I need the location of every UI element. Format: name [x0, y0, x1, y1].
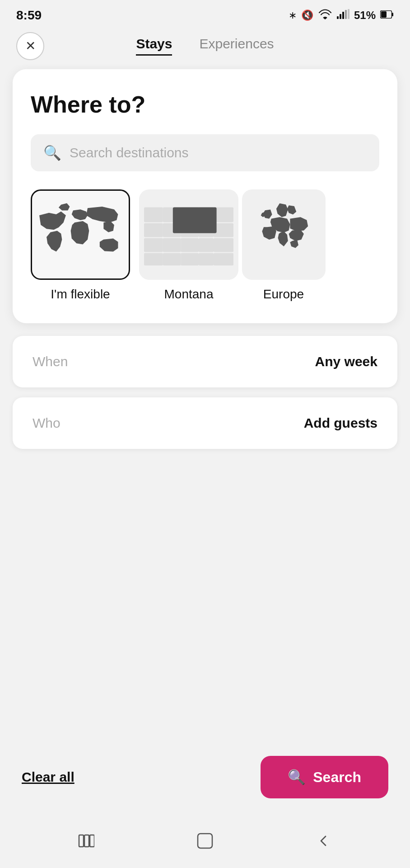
who-row[interactable]: Who Add guests [13, 397, 397, 449]
status-bar: 8:59 ∗ 🔇 51% [0, 0, 410, 27]
svg-rect-18 [144, 238, 163, 252]
search-btn-icon: 🔍 [288, 769, 306, 786]
destination-europe[interactable]: Europe [247, 189, 320, 302]
top-nav: ✕ Stays Experiences [0, 27, 410, 65]
svg-rect-21 [199, 238, 214, 252]
when-label: When [33, 354, 68, 369]
svg-rect-0 [337, 16, 339, 19]
who-value: Add guests [304, 415, 377, 431]
svg-rect-27 [214, 253, 233, 266]
search-destinations-input[interactable]: 🔍 Search destinations [31, 134, 379, 171]
where-to-title: Where to? [31, 91, 379, 118]
clear-all-button[interactable]: Clear all [22, 769, 75, 785]
montana-label: Montana [164, 287, 214, 302]
svg-rect-28 [173, 208, 217, 233]
search-placeholder: Search destinations [70, 145, 189, 160]
bluetooth-icon: ∗ [289, 9, 297, 21]
back-button[interactable] [308, 825, 340, 857]
android-nav-bar [0, 814, 410, 868]
tab-stays[interactable]: Stays [136, 36, 172, 56]
svg-rect-6 [381, 11, 387, 18]
svg-rect-29 [79, 835, 84, 847]
svg-rect-30 [84, 835, 89, 847]
svg-rect-23 [144, 253, 163, 266]
destination-montana[interactable]: Montana [139, 189, 238, 302]
bottom-action-bar: Clear all 🔍 Search [0, 745, 410, 809]
mute-icon: 🔇 [301, 9, 313, 21]
who-label: Who [33, 415, 61, 431]
search-button[interactable]: 🔍 Search [261, 756, 388, 798]
destination-options: I'm flexible [31, 189, 379, 302]
nav-tabs: Stays Experiences [136, 36, 274, 56]
search-btn-label: Search [313, 769, 361, 786]
svg-rect-2 [342, 12, 344, 19]
home-button[interactable] [189, 825, 221, 857]
svg-rect-22 [214, 238, 233, 252]
europe-map [242, 189, 326, 280]
svg-rect-13 [144, 223, 163, 237]
flexible-label: I'm flexible [51, 287, 110, 302]
svg-rect-32 [198, 834, 212, 848]
svg-rect-25 [181, 253, 199, 266]
when-value: Any week [315, 354, 377, 369]
svg-rect-24 [163, 253, 181, 266]
svg-rect-8 [144, 208, 163, 222]
svg-rect-20 [181, 238, 199, 252]
montana-map [139, 189, 238, 280]
europe-label: Europe [263, 287, 304, 302]
search-icon: 🔍 [43, 144, 61, 161]
svg-rect-7 [392, 13, 393, 16]
tab-experiences[interactable]: Experiences [199, 36, 274, 56]
battery-text: 51% [354, 9, 376, 22]
svg-rect-3 [345, 10, 347, 19]
flexible-map [31, 189, 130, 280]
svg-rect-26 [199, 253, 214, 266]
status-time: 8:59 [16, 8, 42, 23]
status-icons: ∗ 🔇 51% [289, 9, 394, 22]
wifi-icon [318, 9, 332, 22]
signal-icon [337, 9, 349, 22]
destination-flexible[interactable]: I'm flexible [31, 189, 130, 302]
main-card: Where to? 🔍 Search destinations [13, 69, 397, 323]
close-button[interactable]: ✕ [16, 32, 44, 60]
svg-rect-19 [163, 238, 181, 252]
when-row[interactable]: When Any week [13, 336, 397, 387]
svg-rect-31 [90, 835, 94, 847]
battery-icon [380, 9, 394, 21]
svg-rect-4 [348, 9, 349, 19]
svg-rect-1 [340, 14, 341, 19]
recents-button[interactable] [70, 825, 102, 857]
